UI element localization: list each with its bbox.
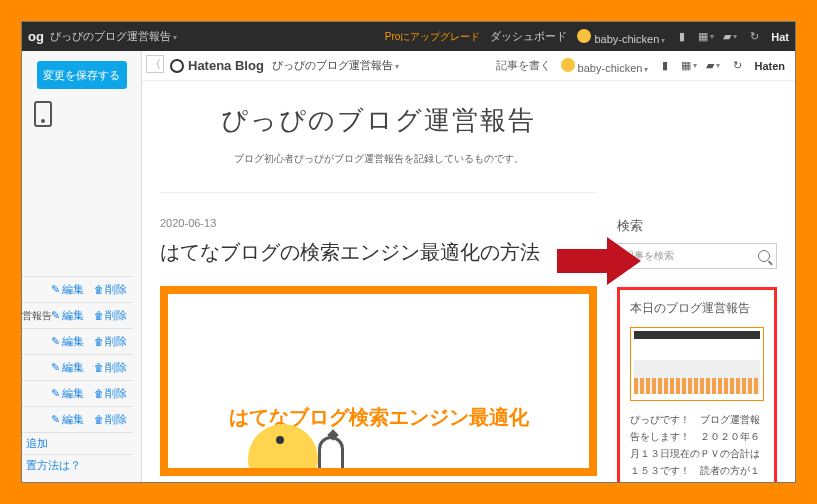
inner-top-bar: Hatena Blog ぴっぴのブログ運営報告 記事を書く baby-chick… xyxy=(142,51,795,81)
dashboard-link[interactable]: ダッシュボード xyxy=(490,29,567,44)
avatar-icon xyxy=(577,29,591,43)
delete-link[interactable]: 削除 xyxy=(94,282,127,297)
module-row: 編集削除 xyxy=(22,354,133,380)
apps-icon[interactable]: ▦ xyxy=(699,30,713,44)
module-list: 編集削除 営報告編集削除 編集削除 編集削除 編集削除 編集削除 追加 置方法は… xyxy=(22,276,133,476)
outer-top-bar: og ぴっぴのブログ運営報告 Proにアップグレード ダッシュボード baby-… xyxy=(22,22,795,51)
blog-title: ぴっぴのブログ運営報告 xyxy=(160,103,597,138)
module-row: 営報告編集削除 xyxy=(22,302,133,328)
sync-icon[interactable]: ↻ xyxy=(730,59,744,73)
delete-link[interactable]: 削除 xyxy=(94,334,127,349)
editor-sidebar: 変更を保存する 編集削除 営報告編集削除 編集削除 編集削除 編集削除 編集削除… xyxy=(22,51,142,482)
search-input[interactable]: 記事を検索 xyxy=(617,243,777,269)
edit-link[interactable]: 編集 xyxy=(51,412,84,427)
article: 2020-06-13 はてなブログの検索エンジン最適化の方法 はてなブログ検索エ… xyxy=(160,192,597,476)
widget-thumbnail[interactable] xyxy=(630,327,764,401)
post-hero: はてなブログ検索エンジン最適化 xyxy=(160,286,597,476)
add-module-link[interactable]: 追加 xyxy=(22,432,133,454)
module-row: 編集削除 xyxy=(22,276,133,302)
blog-switcher[interactable]: ぴっぴのブログ運営報告 xyxy=(50,29,177,44)
mobile-preview-icon[interactable] xyxy=(34,101,52,127)
edit-link[interactable]: 編集 xyxy=(51,360,84,375)
edit-link[interactable]: 編集 xyxy=(51,308,84,323)
back-button[interactable]: 〈 xyxy=(146,55,164,73)
brand-tail: Haten xyxy=(754,60,785,72)
edit-link[interactable]: 編集 xyxy=(51,386,84,401)
hero-caption: はてなブログ検索エンジン最適化 xyxy=(168,404,589,431)
module-row: 編集削除 xyxy=(22,406,133,432)
post-title[interactable]: はてなブログの検索エンジン最適化の方法 xyxy=(160,239,597,266)
inner-blog-switcher[interactable]: ぴっぴのブログ運営報告 xyxy=(272,58,399,73)
blog-description: ブログ初心者ぴっぴがブログ運営報告を記録しているものです。 xyxy=(160,152,597,166)
save-button[interactable]: 変更を保存する xyxy=(37,61,127,89)
widget-body: ぴっぴです！ ブログ運営報告をします！ ２０２０年６月１３日現在のＰＶの合計は１… xyxy=(630,411,764,482)
delete-link[interactable]: 削除 xyxy=(94,308,127,323)
bookmark-icon[interactable]: ▮ xyxy=(675,30,689,44)
delete-link[interactable]: 削除 xyxy=(94,412,127,427)
inner-user-menu[interactable]: baby-chicken xyxy=(561,58,649,74)
mascot-icon xyxy=(248,424,318,476)
delete-link[interactable]: 削除 xyxy=(94,386,127,401)
search-heading: 検索 xyxy=(617,217,777,235)
hatena-logo[interactable]: Hatena Blog xyxy=(170,58,264,73)
sidebar-column: 検索 記事を検索 本日のブログ運営報告 xyxy=(617,97,777,482)
bookmark-icon[interactable]: ▮ xyxy=(658,59,672,73)
brand-tail: Hat xyxy=(771,31,789,43)
module-row: 編集削除 xyxy=(22,328,133,354)
post-date: 2020-06-13 xyxy=(160,217,597,229)
edit-link[interactable]: 編集 xyxy=(51,334,84,349)
apps-icon[interactable]: ▦ xyxy=(682,59,696,73)
upgrade-link[interactable]: Proにアップグレード xyxy=(385,30,481,44)
avatar-icon xyxy=(561,58,575,72)
search-icon[interactable] xyxy=(758,250,770,262)
widget-title: 本日のブログ運営報告 xyxy=(630,300,764,317)
chat-icon[interactable]: ▰ xyxy=(706,59,720,73)
magnifier-icon xyxy=(318,436,344,472)
search-placeholder: 記事を検索 xyxy=(624,249,674,263)
chat-icon[interactable]: ▰ xyxy=(723,30,737,44)
featured-widget: 本日のブログ運営報告 ぴっぴです！ ブログ運営報告をします！ ２０２０年６月１３… xyxy=(617,287,777,482)
sync-icon[interactable]: ↻ xyxy=(747,30,761,44)
write-post-link[interactable]: 記事を書く xyxy=(496,58,551,73)
hatena-mark-icon xyxy=(170,59,184,73)
module-row: 編集削除 xyxy=(22,380,133,406)
main-column: ぴっぴのブログ運営報告 ブログ初心者ぴっぴがブログ運営報告を記録しているものです… xyxy=(160,97,597,482)
user-menu[interactable]: baby-chicken xyxy=(577,29,665,45)
delete-link[interactable]: 削除 xyxy=(94,360,127,375)
service-logo: og xyxy=(28,29,44,44)
edit-link[interactable]: 編集 xyxy=(51,282,84,297)
preview-pane: 〈 Hatena Blog ぴっぴのブログ運営報告 記事を書く baby-chi… xyxy=(142,51,795,482)
mascot-eye-icon xyxy=(276,436,284,444)
placement-help-link[interactable]: 置方法は？ xyxy=(22,454,133,476)
